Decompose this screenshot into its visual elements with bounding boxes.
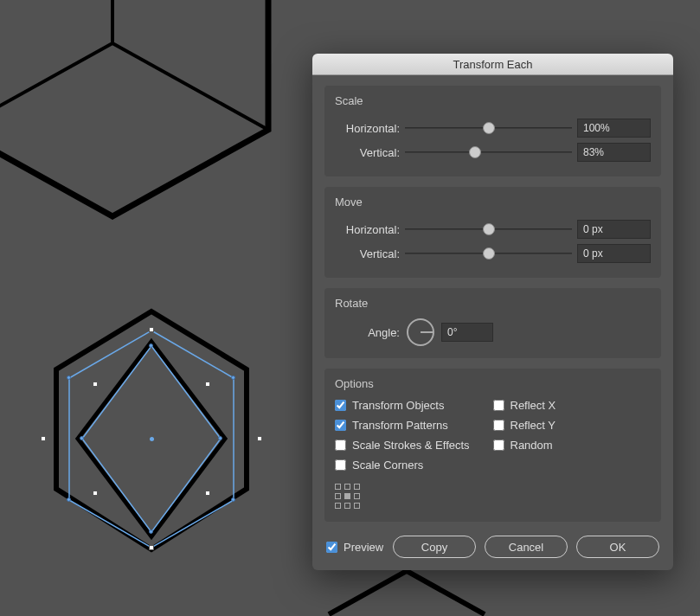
move-horizontal-slider[interactable] (405, 221, 572, 238)
transform-objects-checkbox[interactable]: Transform Objects (335, 399, 493, 412)
scale-horizontal-label: Horizontal: (335, 122, 400, 135)
reference-point-grid[interactable] (335, 484, 361, 510)
scale-vertical-slider[interactable] (405, 144, 572, 161)
move-vertical-label: Vertical: (335, 247, 400, 260)
options-title: Options (335, 377, 651, 390)
scale-strokes-checkbox[interactable]: Scale Strokes & Effects (335, 439, 493, 452)
dialog-footer: Preview Copy Cancel OK (324, 532, 661, 558)
angle-dial[interactable] (407, 318, 434, 346)
scale-section: Scale Horizontal: Vertical: (324, 86, 661, 176)
reflect-y-checkbox[interactable]: Reflect Y (493, 419, 652, 432)
svg-line-3 (0, 43, 112, 130)
svg-line-2 (112, 43, 268, 130)
transform-patterns-label: Transform Patterns (352, 419, 448, 432)
scale-corners-checkbox[interactable]: Scale Corners (335, 459, 493, 472)
move-section: Move Horizontal: Vertical: (324, 187, 661, 278)
scale-corners-label: Scale Corners (352, 459, 423, 472)
move-title: Move (335, 196, 651, 209)
scale-horizontal-slider[interactable] (405, 119, 572, 137)
rotate-section: Rotate Angle: (324, 288, 661, 358)
reflect-x-label: Reflect X (511, 399, 556, 412)
move-vertical-input[interactable] (577, 244, 651, 263)
random-label: Random (511, 439, 553, 452)
rotate-title: Rotate (335, 297, 651, 310)
preview-label: Preview (344, 541, 383, 554)
reflect-x-checkbox[interactable]: Reflect X (493, 399, 652, 412)
scale-horizontal-input[interactable] (577, 119, 651, 138)
angle-input[interactable] (441, 323, 493, 342)
reflect-y-label: Reflect Y (511, 419, 556, 432)
angle-label: Angle: (335, 326, 400, 339)
options-section: Options Transform Objects Reflect X Tran… (324, 369, 661, 522)
move-horizontal-input[interactable] (577, 220, 651, 239)
transform-patterns-checkbox[interactable]: Transform Patterns (335, 419, 493, 432)
scale-vertical-input[interactable] (577, 143, 651, 162)
transform-each-dialog: Transform Each Scale Horizontal: Vertica… (312, 54, 673, 570)
dialog-title: Transform Each (453, 58, 533, 71)
scale-strokes-label: Scale Strokes & Effects (352, 439, 470, 452)
cancel-button[interactable]: Cancel (485, 536, 568, 558)
scale-title: Scale (335, 94, 651, 107)
copy-button[interactable]: Copy (393, 536, 476, 558)
transform-objects-label: Transform Objects (352, 399, 444, 412)
preview-checkbox[interactable]: Preview (326, 541, 384, 554)
selected-object[interactable] (39, 307, 264, 562)
random-checkbox[interactable]: Random (493, 439, 652, 452)
move-vertical-slider[interactable] (405, 245, 572, 262)
canvas-hexagon-shape (0, 0, 363, 277)
ok-button[interactable]: OK (576, 536, 659, 558)
move-horizontal-label: Horizontal: (335, 223, 400, 236)
scale-vertical-label: Vertical: (335, 146, 400, 159)
dialog-titlebar[interactable]: Transform Each (312, 54, 673, 75)
